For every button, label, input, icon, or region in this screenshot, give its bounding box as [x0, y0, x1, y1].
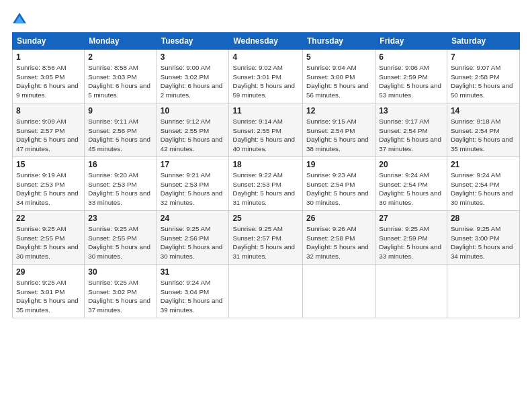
daylight-label: Daylight: 5 hours and 35 minutes.: [451, 136, 513, 152]
sunset-label: Sunset: 2:55 PM: [16, 234, 64, 242]
calendar-cell: [229, 265, 303, 318]
day-info: Sunrise: 9:25 AM Sunset: 2:59 PM Dayligh…: [379, 224, 443, 261]
calendar-cell: 9 Sunrise: 9:11 AM Sunset: 2:56 PM Dayli…: [85, 103, 157, 157]
col-header-sunday: Sunday: [13, 33, 85, 50]
sunrise-label: Sunrise: 9:25 AM: [88, 225, 138, 232]
sunset-label: Sunset: 3:04 PM: [161, 288, 209, 295]
calendar-week-3: 15 Sunrise: 9:19 AM Sunset: 2:53 PM Dayl…: [13, 157, 520, 211]
calendar-week-5: 29 Sunrise: 9:25 AM Sunset: 3:01 PM Dayl…: [13, 265, 520, 318]
calendar-week-1: 1 Sunrise: 8:56 AM Sunset: 3:05 PM Dayli…: [13, 50, 520, 103]
daylight-label: Daylight: 5 hours and 32 minutes.: [306, 243, 369, 260]
page: SundayMondayTuesdayWednesdayThursdayFrid…: [0, 0, 532, 411]
calendar-cell: 12 Sunrise: 9:15 AM Sunset: 2:54 PM Dayl…: [303, 103, 375, 157]
calendar-cell: [447, 265, 519, 318]
day-info: Sunrise: 9:04 AM Sunset: 3:00 PM Dayligh…: [306, 63, 371, 100]
daylight-label: Daylight: 5 hours and 37 minutes.: [379, 136, 441, 152]
sunrise-label: Sunrise: 9:22 AM: [232, 171, 283, 179]
sunrise-label: Sunrise: 9:24 AM: [451, 171, 501, 179]
daylight-label: Daylight: 5 hours and 56 minutes.: [306, 82, 369, 99]
daylight-label: Daylight: 5 hours and 53 minutes.: [379, 82, 441, 99]
day-number: 24: [161, 214, 226, 223]
sunrise-label: Sunrise: 9:25 AM: [88, 279, 138, 286]
sunrise-label: Sunrise: 9:24 AM: [161, 279, 211, 286]
calendar-cell: 5 Sunrise: 9:04 AM Sunset: 3:00 PM Dayli…: [303, 50, 375, 103]
calendar-cell: 20 Sunrise: 9:24 AM Sunset: 2:54 PM Dayl…: [375, 157, 447, 211]
day-number: 31: [161, 267, 226, 277]
day-info: Sunrise: 9:22 AM Sunset: 2:53 PM Dayligh…: [232, 171, 299, 208]
sunrise-label: Sunrise: 8:56 AM: [16, 64, 66, 71]
sunset-label: Sunset: 2:54 PM: [451, 127, 499, 134]
day-number: 13: [379, 106, 443, 116]
sunrise-label: Sunrise: 9:23 AM: [306, 171, 357, 179]
day-number: 1: [16, 52, 81, 62]
day-number: 19: [306, 160, 371, 169]
daylight-label: Daylight: 5 hours and 34 minutes.: [451, 243, 513, 260]
sunset-label: Sunset: 2:57 PM: [232, 234, 281, 242]
day-number: 14: [451, 106, 516, 116]
sunrise-label: Sunrise: 9:04 AM: [306, 64, 357, 71]
sunrise-label: Sunrise: 9:18 AM: [451, 118, 501, 125]
calendar-cell: 10 Sunrise: 9:12 AM Sunset: 2:55 PM Dayl…: [157, 103, 229, 157]
daylight-label: Daylight: 5 hours and 31 minutes.: [232, 189, 295, 206]
calendar-cell: [375, 265, 447, 318]
day-info: Sunrise: 8:58 AM Sunset: 3:03 PM Dayligh…: [88, 63, 152, 100]
calendar-cell: 26 Sunrise: 9:26 AM Sunset: 2:58 PM Dayl…: [303, 211, 375, 265]
day-info: Sunrise: 9:14 AM Sunset: 2:55 PM Dayligh…: [232, 117, 299, 154]
calendar-cell: 6 Sunrise: 9:06 AM Sunset: 2:59 PM Dayli…: [375, 50, 447, 103]
calendar-cell: 4 Sunrise: 9:02 AM Sunset: 3:01 PM Dayli…: [229, 50, 303, 103]
daylight-label: Daylight: 6 hours and 2 minutes.: [161, 82, 223, 99]
day-number: 12: [306, 106, 371, 116]
daylight-label: Daylight: 5 hours and 37 minutes.: [88, 297, 150, 314]
day-info: Sunrise: 9:00 AM Sunset: 3:02 PM Dayligh…: [161, 63, 226, 100]
day-number: 30: [88, 267, 152, 277]
sunset-label: Sunset: 3:01 PM: [16, 288, 64, 295]
col-header-saturday: Saturday: [447, 33, 519, 50]
sunrise-label: Sunrise: 9:25 AM: [16, 279, 66, 286]
sunset-label: Sunset: 2:59 PM: [379, 73, 427, 81]
day-number: 16: [88, 160, 152, 169]
day-number: 29: [16, 267, 81, 277]
calendar-cell: 27 Sunrise: 9:25 AM Sunset: 2:59 PM Dayl…: [375, 211, 447, 265]
calendar-cell: 21 Sunrise: 9:24 AM Sunset: 2:54 PM Dayl…: [447, 157, 519, 211]
calendar-week-2: 8 Sunrise: 9:09 AM Sunset: 2:57 PM Dayli…: [13, 103, 520, 157]
daylight-label: Daylight: 5 hours and 30 minutes.: [88, 243, 150, 260]
day-info: Sunrise: 9:24 AM Sunset: 2:54 PM Dayligh…: [451, 171, 516, 208]
calendar-cell: 2 Sunrise: 8:58 AM Sunset: 3:03 PM Dayli…: [85, 50, 157, 103]
calendar-cell: 22 Sunrise: 9:25 AM Sunset: 2:55 PM Dayl…: [13, 211, 85, 265]
sunset-label: Sunset: 2:53 PM: [16, 181, 64, 188]
day-info: Sunrise: 9:23 AM Sunset: 2:54 PM Dayligh…: [306, 171, 371, 208]
day-number: 28: [451, 214, 516, 223]
sunrise-label: Sunrise: 9:26 AM: [306, 225, 357, 232]
calendar-cell: 15 Sunrise: 9:19 AM Sunset: 2:53 PM Dayl…: [13, 157, 85, 211]
day-info: Sunrise: 9:19 AM Sunset: 2:53 PM Dayligh…: [16, 171, 81, 208]
daylight-label: Daylight: 5 hours and 33 minutes.: [88, 189, 150, 206]
sunrise-label: Sunrise: 9:15 AM: [306, 118, 357, 125]
day-number: 25: [232, 214, 299, 223]
daylight-label: Daylight: 5 hours and 39 minutes.: [161, 297, 223, 314]
sunset-label: Sunset: 2:53 PM: [88, 181, 136, 188]
sunrise-label: Sunrise: 9:25 AM: [161, 225, 211, 232]
sunrise-label: Sunrise: 9:19 AM: [16, 171, 66, 179]
day-number: 23: [88, 214, 152, 223]
sunrise-label: Sunrise: 9:11 AM: [88, 118, 138, 125]
day-info: Sunrise: 9:25 AM Sunset: 2:55 PM Dayligh…: [88, 224, 152, 261]
day-info: Sunrise: 9:26 AM Sunset: 2:58 PM Dayligh…: [306, 224, 371, 261]
day-number: 4: [232, 52, 299, 62]
day-info: Sunrise: 9:07 AM Sunset: 2:58 PM Dayligh…: [451, 63, 516, 100]
sunrise-label: Sunrise: 9:25 AM: [16, 225, 66, 232]
daylight-label: Daylight: 5 hours and 42 minutes.: [161, 136, 223, 152]
sunset-label: Sunset: 3:03 PM: [88, 73, 136, 81]
sunrise-label: Sunrise: 9:25 AM: [451, 225, 501, 232]
sunrise-label: Sunrise: 9:02 AM: [232, 64, 283, 71]
calendar-cell: 29 Sunrise: 9:25 AM Sunset: 3:01 PM Dayl…: [13, 265, 85, 318]
day-number: 17: [161, 160, 226, 169]
day-number: 5: [306, 52, 371, 62]
day-number: 15: [16, 160, 81, 169]
sunset-label: Sunset: 3:02 PM: [161, 73, 209, 81]
daylight-label: Daylight: 5 hours and 30 minutes.: [16, 243, 79, 260]
day-number: 3: [161, 52, 226, 62]
sunset-label: Sunset: 2:54 PM: [379, 127, 427, 134]
day-number: 11: [232, 106, 299, 116]
sunrise-label: Sunrise: 9:25 AM: [232, 225, 283, 232]
daylight-label: Daylight: 6 hours and 5 minutes.: [88, 82, 150, 99]
